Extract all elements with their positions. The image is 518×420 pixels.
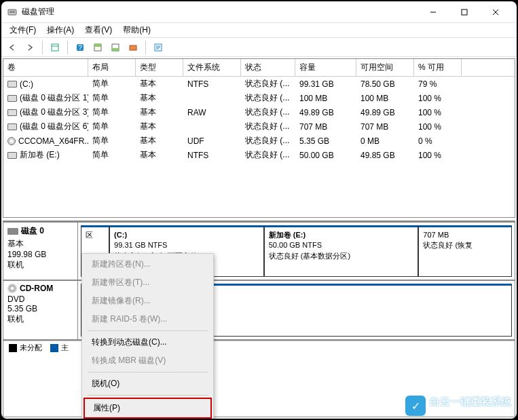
help-button[interactable]: ?	[72, 39, 88, 56]
volume-free: 707 MB	[356, 119, 414, 134]
volume-type: 基本	[136, 105, 183, 119]
volume-capacity: 5.35 GB	[295, 134, 356, 148]
legend-primary-icon	[50, 344, 58, 352]
close-button[interactable]	[480, 1, 511, 23]
separator	[145, 41, 146, 54]
col-status[interactable]: 状态	[241, 59, 295, 76]
volume-free: 78.50 GB	[356, 77, 414, 91]
settings-button[interactable]	[125, 39, 141, 56]
menu-help[interactable]: 帮助(H)	[117, 23, 156, 37]
volume-row[interactable]: (磁盘 0 磁盘分区 1)简单基本状态良好 (...100 MB100 MB10…	[3, 91, 515, 105]
volume-icon	[7, 152, 17, 159]
ctx-to-dynamic[interactable]: 转换到动态磁盘(C)...	[84, 333, 212, 351]
titlebar: 磁盘管理	[1, 1, 517, 23]
volume-name: CCCOMA_X64FR...	[18, 136, 88, 146]
partition-size: 99.31 GB NTFS	[114, 240, 259, 250]
volume-icon	[7, 95, 17, 102]
volume-list-header: 卷 布局 类型 文件系统 状态 容量 可用空间 % 可用	[3, 59, 515, 77]
volume-layout: 简单	[88, 148, 136, 162]
volume-row[interactable]: CCCOMA_X64FR...简单基本UDF状态良好 (...5.35 GB0 …	[3, 134, 515, 148]
properties-button[interactable]	[150, 39, 166, 56]
volume-row[interactable]: (磁盘 0 磁盘分区 3)简单基本RAW状态良好 (...49.89 GB49.…	[3, 105, 515, 119]
menu-file[interactable]: 文件(F)	[4, 23, 41, 37]
volume-list[interactable]: 卷 布局 类型 文件系统 状态 容量 可用空间 % 可用 (C:)简单基本NTF…	[3, 58, 515, 218]
volume-pct: 79 %	[414, 77, 462, 91]
volume-icon	[7, 81, 17, 88]
col-pct[interactable]: % 可用	[414, 59, 462, 76]
menu-action[interactable]: 操作(A)	[41, 23, 79, 37]
context-menu: 新建跨区卷(N)... 新建带区卷(T)... 新建镜像卷(R)... 新建 R…	[81, 253, 214, 419]
volume-row[interactable]: (C:)简单基本NTFS状态良好 (...99.31 GB78.50 GB79 …	[3, 77, 515, 91]
ctx-offline[interactable]: 脱机(O)	[84, 375, 212, 393]
disk-0-type: 基本	[7, 238, 73, 250]
disk-0-row[interactable]: 磁盘 0 基本 199.98 GB 联机 区 (C:) 99.31 GB NTF…	[3, 221, 515, 281]
window: 磁盘管理 文件(F) 操作(A) 查看(V) 帮助(H) ? 卷 布局 类型	[1, 1, 517, 419]
col-fs[interactable]: 文件系统	[183, 59, 241, 76]
partition-size: 50.00 GB NTFS	[269, 240, 414, 250]
forward-button[interactable]	[22, 39, 38, 56]
volume-fs	[183, 119, 241, 134]
svg-rect-4	[462, 9, 467, 15]
volume-icon	[7, 123, 17, 130]
partition-label: (C:)	[114, 230, 259, 240]
volume-status: 状态良好 (...	[241, 119, 295, 134]
partition-box[interactable]: 新加卷 (E:) 50.00 GB NTFS 状态良好 (基本数据分区)	[264, 225, 419, 277]
volume-layout: 简单	[88, 91, 136, 105]
volume-name: (磁盘 0 磁盘分区 1)	[20, 92, 88, 104]
partition-status: 状态良好 (基本数据分区)	[269, 251, 414, 261]
svg-rect-2	[10, 12, 15, 13]
volume-icon	[7, 109, 17, 116]
volume-pct: 0 %	[414, 134, 462, 148]
volume-pct: 100 %	[414, 105, 462, 119]
maximize-button[interactable]	[449, 1, 480, 23]
watermark-text: 白云一键重装系统	[430, 396, 511, 408]
volume-layout: 简单	[88, 77, 136, 91]
volume-layout: 简单	[88, 119, 136, 134]
view-button[interactable]	[47, 39, 63, 56]
volume-name: (C:)	[20, 79, 33, 89]
cdrom-size: 5.35 GB	[7, 304, 73, 313]
disk-0-info[interactable]: 磁盘 0 基本 199.98 GB 联机	[3, 223, 78, 280]
disk-0-title: 磁盘 0	[21, 225, 44, 237]
col-type[interactable]: 类型	[136, 59, 183, 76]
disk-0-status: 联机	[7, 259, 73, 271]
legend: 未分配 主	[3, 341, 515, 354]
ctx-new-span: 新建跨区卷(N)...	[84, 255, 212, 273]
volume-status: 状态良好 (...	[241, 77, 295, 91]
separator	[42, 41, 43, 54]
col-free[interactable]: 可用空间	[356, 59, 414, 76]
legend-unalloc: 未分配	[20, 343, 42, 353]
watermark: ✓ 白云一键重装系统 www.baiyunxitong.com	[405, 396, 511, 416]
ctx-properties[interactable]: 属性(P)	[84, 398, 212, 419]
volume-capacity: 707 MB	[295, 119, 356, 134]
volume-status: 状态良好 (...	[241, 134, 295, 148]
volume-row[interactable]: 新加卷 (E:)简单基本NTFS状态良好 (...50.00 GB49.85 G…	[3, 148, 515, 162]
col-layout[interactable]: 布局	[88, 59, 136, 76]
volume-fs: NTFS	[183, 77, 241, 91]
cdrom-info[interactable]: CD-ROM DVD 5.35 GB 联机	[3, 281, 78, 339]
col-volume[interactable]: 卷	[3, 59, 88, 76]
volume-free: 100 MB	[356, 91, 414, 105]
partition-box[interactable]: 707 MB 状态良好 (恢复	[418, 225, 512, 277]
volume-status: 状态良好 (...	[241, 105, 295, 119]
ctx-new-mirror: 新建镜像卷(R)...	[84, 292, 212, 310]
volume-name: (磁盘 0 磁盘分区 3)	[20, 107, 88, 118]
volume-row[interactable]: (磁盘 0 磁盘分区 6)简单基本状态良好 (...707 MB707 MB10…	[3, 119, 515, 134]
ctx-to-mbr: 转换成 MBR 磁盘(V)	[84, 351, 212, 370]
volume-layout: 简单	[88, 134, 136, 148]
disk-graphic: 磁盘 0 基本 199.98 GB 联机 区 (C:) 99.31 GB NTF…	[3, 221, 515, 417]
volume-type: 基本	[136, 119, 183, 134]
back-button[interactable]	[4, 39, 20, 56]
volume-free: 49.85 GB	[356, 148, 414, 162]
layout-top-button[interactable]	[90, 39, 106, 56]
minimize-button[interactable]	[418, 1, 449, 23]
ctx-new-stripe: 新建带区卷(T)...	[84, 273, 212, 292]
legend-unalloc-icon	[9, 344, 17, 352]
cdrom-row[interactable]: CD-ROM DVD 5.35 GB 联机 9 (D:)	[3, 281, 515, 341]
menu-view[interactable]: 查看(V)	[79, 23, 117, 37]
col-capacity[interactable]: 容量	[295, 59, 356, 76]
svg-text:?: ?	[78, 44, 82, 52]
volume-fs: NTFS	[183, 148, 241, 162]
layout-bottom-button[interactable]	[107, 39, 124, 56]
watermark-icon: ✓	[405, 396, 426, 416]
